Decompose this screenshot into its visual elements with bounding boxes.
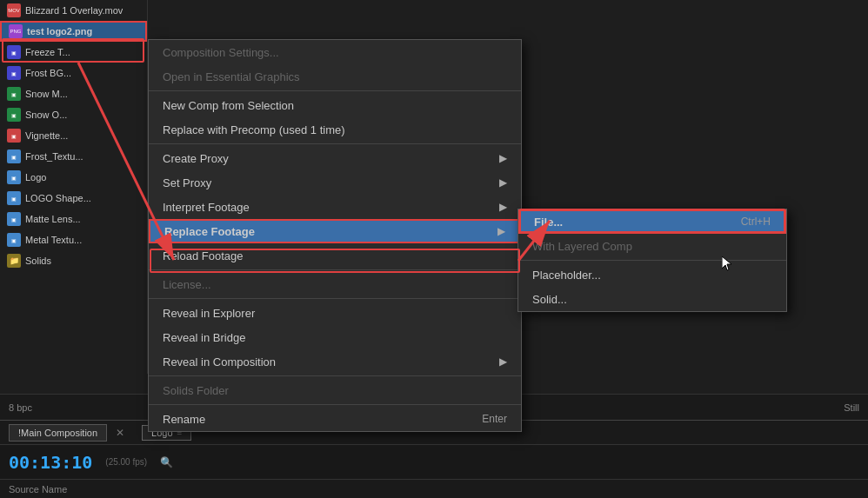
comp-icon-4: ▣ <box>7 108 21 122</box>
interpret-footage-arrow: ▶ <box>499 201 507 213</box>
project-item-frosttextu[interactable]: ▣ Frost_Textu... <box>0 146 147 167</box>
project-item-logoshape[interactable]: ▣ LOGO Shape... <box>0 188 147 209</box>
search-icon[interactable]: 🔍 <box>160 456 173 468</box>
context-menu-item-solids-folder[interactable]: Solids Folder <box>149 378 521 402</box>
comp-icon-8: ▣ <box>7 191 21 205</box>
context-menu-item-new-comp[interactable]: New Comp from Selection <box>149 93 521 117</box>
context-menu-separator-2 <box>149 143 521 144</box>
project-item-testlogo[interactable]: PNG test logo2.png <box>0 21 147 42</box>
timeline-row: 00:13:10 (25.00 fps) 🔍 <box>0 445 868 479</box>
comp-icon-6: ▣ <box>7 149 21 163</box>
context-menu-item-set-proxy[interactable]: Set Proxy ▶ <box>149 170 521 195</box>
bpc-label: 8 bpc <box>9 402 32 413</box>
context-menu-item-replace-precomp[interactable]: Replace with Precomp (used 1 time) <box>149 117 521 142</box>
comp-icon-3: ▣ <box>7 87 21 101</box>
replace-footage-arrow: ▶ <box>497 225 505 237</box>
context-menu-separator-1 <box>149 90 521 91</box>
submenu-item-with-layered-comp[interactable]: With Layered Comp <box>518 234 786 258</box>
main-comp-tab-label: !Main Composition <box>18 428 97 438</box>
comp-icon-1: ▣ <box>7 45 21 59</box>
source-name-bar: Source Name <box>0 479 868 498</box>
context-menu-item-interpret-footage[interactable]: Interpret Footage ▶ <box>149 195 521 219</box>
project-panel: MOV Blizzard 1 Overlay.mov PNG test logo… <box>0 0 148 374</box>
png-icon: PNG <box>9 24 23 38</box>
submenu-item-placeholder[interactable]: Placeholder... <box>518 262 786 287</box>
folder-icon: 📁 <box>7 254 21 268</box>
project-item-metaltextu[interactable]: ▣ Metal Textu... <box>0 229 147 250</box>
context-menu-item-open-essential[interactable]: Open in Essential Graphics <box>149 64 521 89</box>
comp-icon-7: ▣ <box>7 170 21 184</box>
context-menu-item-create-proxy[interactable]: Create Proxy ▶ <box>149 146 521 170</box>
project-item-mattelens[interactable]: ▣ Matte Lens... <box>0 209 147 229</box>
context-menu-item-license[interactable]: License... <box>149 272 521 296</box>
project-item-snowm[interactable]: ▣ Snow M... <box>0 83 147 104</box>
project-item-solids[interactable]: 📁 Solids <box>0 250 147 271</box>
context-menu-item-reveal-comp[interactable]: Reveal in Composition ▶ <box>149 349 521 374</box>
context-menu-separator-6 <box>149 404 521 405</box>
context-menu-item-reveal-explorer[interactable]: Reveal in Explorer <box>149 301 521 325</box>
context-menu-separator-3 <box>149 269 521 270</box>
project-item-logo[interactable]: ▣ Logo <box>0 167 147 188</box>
main-panel: MOV Blizzard 1 Overlay.mov PNG test logo… <box>0 0 868 498</box>
submenu-separator <box>518 260 786 261</box>
timecode: 00:13:10 <box>9 452 92 473</box>
context-menu-item-reload-footage[interactable]: Reload Footage <box>149 243 521 268</box>
rename-shortcut: Enter <box>482 413 507 425</box>
fps-label: (25.00 fps) <box>105 457 147 467</box>
context-menu-item-comp-settings[interactable]: Composition Settings... <box>149 40 521 64</box>
file-shortcut: Ctrl+H <box>741 216 771 228</box>
context-menu-item-reveal-bridge[interactable]: Reveal in Bridge <box>149 325 521 349</box>
project-item-vignette[interactable]: ▣ Vignette... <box>0 125 147 146</box>
context-menu-separator-4 <box>149 298 521 299</box>
mov-icon: MOV <box>7 3 21 17</box>
project-item-freezet[interactable]: ▣ Freeze T... <box>0 42 147 63</box>
context-menu-item-replace-footage[interactable]: Replace Footage ▶ <box>149 219 521 243</box>
submenu-item-solid[interactable]: Solid... <box>518 287 786 311</box>
comp-icon-5: ▣ <box>7 129 21 143</box>
main-comp-tab[interactable]: !Main Composition <box>9 424 107 442</box>
still-label: Still <box>844 402 859 413</box>
context-menu-item-rename[interactable]: Rename Enter <box>149 407 521 431</box>
project-item-snowo[interactable]: ▣ Snow O... <box>0 104 147 125</box>
context-menu-separator-5 <box>149 375 521 376</box>
tab-separator: ✕ <box>116 427 124 439</box>
comp-icon-9: ▣ <box>7 212 21 226</box>
project-item-frostbg[interactable]: ▣ Frost BG... <box>0 63 147 83</box>
replace-footage-submenu: File... Ctrl+H With Layered Comp Placeho… <box>517 209 787 312</box>
comp-icon-10: ▣ <box>7 233 21 247</box>
context-menu: Composition Settings... Open in Essentia… <box>148 39 522 432</box>
project-item-blizzard[interactable]: MOV Blizzard 1 Overlay.mov <box>0 0 147 21</box>
source-name-label: Source Name <box>9 484 67 495</box>
create-proxy-arrow: ▶ <box>499 152 507 164</box>
comp-icon-2: ▣ <box>7 66 21 80</box>
submenu-item-file[interactable]: File... Ctrl+H <box>518 209 786 234</box>
reveal-comp-arrow: ▶ <box>499 355 507 368</box>
set-proxy-arrow: ▶ <box>499 176 507 189</box>
